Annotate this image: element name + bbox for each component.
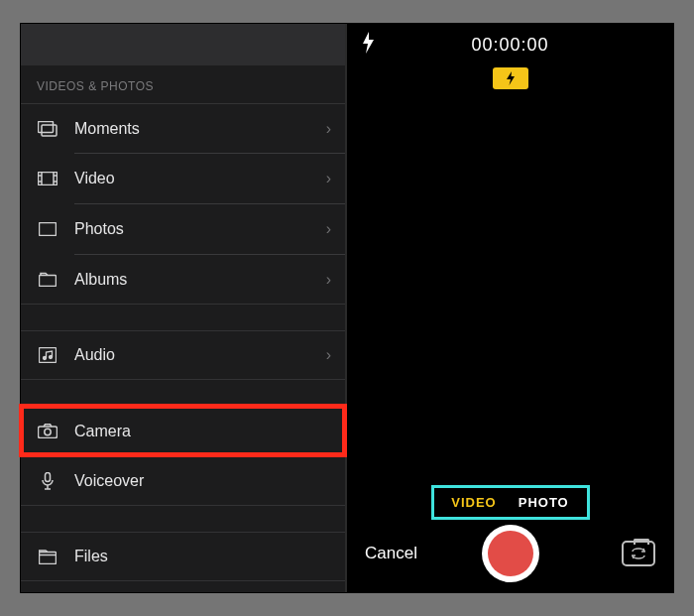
section-label-videos-photos: VIDEOS & PHOTOS [21,65,345,103]
svg-rect-16 [46,472,51,481]
flash-icon[interactable] [361,32,375,54]
menu-item-moments[interactable]: Moments › [21,103,345,153]
menu-item-voiceover[interactable]: Voiceover [21,456,345,506]
video-icon [35,172,60,185]
svg-rect-1 [42,125,57,136]
menu-label: Moments [74,120,326,138]
capture-mode-selector[interactable]: VIDEO PHOTO [434,488,587,517]
cancel-button[interactable]: Cancel [365,544,417,563]
albums-icon [35,272,60,287]
chevron-right-icon: › [326,271,331,289]
flash-badge [493,67,528,89]
camera-bottom-bar: Cancel [347,523,673,592]
menu-label: Camera [74,423,331,440]
switch-camera-button[interactable] [622,541,655,566]
mode-photo[interactable]: PHOTO [519,495,569,510]
mode-video[interactable]: VIDEO [451,495,496,510]
svg-rect-11 [40,348,57,363]
files-icon [35,550,60,564]
menu-item-albums[interactable]: Albums › [21,255,345,305]
menu-item-files[interactable]: Files [21,532,345,581]
camera-icon [35,424,60,438]
svg-rect-9 [40,223,57,236]
gap [21,380,345,406]
menu-item-photos[interactable]: Photos › [21,204,345,254]
svg-rect-0 [39,121,54,132]
svg-point-15 [45,429,51,434]
camera-top-bar: 00:00:00 [347,24,673,60]
menu-label: Photos [74,220,326,238]
record-button[interactable] [482,525,539,582]
voiceover-icon [35,472,60,490]
record-timer: 00:00:00 [471,35,548,56]
chevron-right-icon: › [326,120,331,138]
chevron-right-icon: › [326,170,331,187]
menu-item-camera[interactable]: Camera [21,406,345,455]
svg-rect-19 [40,552,57,563]
camera-capture-panel: 00:00:00 VIDEO PHOTO Cancel [347,24,673,592]
photos-icon [35,222,60,236]
record-button-inner [488,531,533,576]
menu-item-audio[interactable]: Audio › [21,330,345,380]
gap [21,506,345,532]
gap [21,305,345,330]
menu-item-video[interactable]: Video › [21,154,345,203]
chevron-right-icon: › [326,346,331,364]
left-header-bar [21,24,345,65]
menu-label: Video [74,170,326,187]
media-source-panel: VIDEOS & PHOTOS Moments › Video › Photos… [21,24,347,592]
menu-label: Files [74,548,331,565]
moments-icon [35,121,60,137]
menu-label: Audio [74,346,326,364]
app-frame: VIDEOS & PHOTOS Moments › Video › Photos… [20,23,674,593]
menu-label: Voiceover [74,472,331,490]
audio-icon [35,347,60,363]
menu-label: Albums [74,271,326,289]
chevron-right-icon: › [326,220,331,238]
svg-rect-10 [40,276,57,287]
camera-viewfinder[interactable] [347,89,673,488]
